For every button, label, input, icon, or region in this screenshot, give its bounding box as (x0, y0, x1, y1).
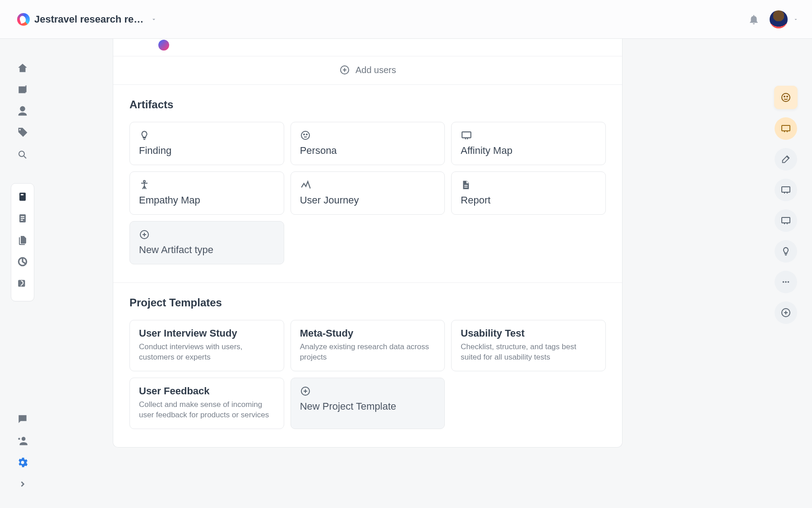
tags-icon[interactable] (16, 126, 29, 140)
notebook-icon[interactable] (16, 190, 29, 203)
artifact-card-affinity-map[interactable]: Affinity Map (451, 122, 606, 165)
artifact-card-finding[interactable]: Finding (129, 122, 284, 165)
board-button[interactable] (775, 179, 797, 201)
doc-icon (461, 179, 596, 191)
app-logo (17, 13, 30, 26)
left-nav (0, 39, 45, 508)
artifacts-heading: Artifacts (129, 98, 606, 111)
idea-button[interactable] (775, 240, 797, 263)
files-icon[interactable] (16, 233, 29, 247)
template-title: User Interview Study (139, 328, 275, 339)
artifact-label: Affinity Map (461, 145, 596, 157)
svg-point-24 (788, 281, 789, 283)
svg-point-11 (306, 134, 307, 135)
svg-rect-20 (782, 187, 790, 192)
add-users-label: Add users (355, 65, 396, 75)
edit-button[interactable] (775, 148, 797, 171)
template-desc: Checklist, structure, and tags best suit… (461, 342, 596, 363)
svg-point-7 (22, 437, 26, 441)
reactions-button[interactable] (774, 86, 798, 109)
svg-rect-21 (782, 217, 790, 223)
user-avatar-mini (158, 40, 169, 51)
present-button[interactable] (775, 117, 797, 140)
chevron-down-icon[interactable] (151, 16, 157, 23)
svg-rect-1 (19, 193, 26, 201)
topbar: Jestravel research re… (0, 0, 812, 39)
template-card-user-interview[interactable]: User Interview Study Conduct interviews … (129, 320, 284, 371)
templates-heading: Project Templates (129, 296, 606, 309)
project-subnav (11, 183, 34, 301)
template-card-usability-test[interactable]: Usability Test Checklist, structure, and… (451, 320, 606, 371)
add-person-icon[interactable] (16, 434, 29, 448)
artifact-label: User Journey (300, 194, 436, 206)
svg-point-23 (785, 281, 787, 283)
template-card-user-feedback[interactable]: User Feedback Collect and make sense of … (129, 378, 284, 429)
svg-rect-12 (462, 132, 471, 138)
template-desc: Collect and make sense of incoming user … (139, 400, 275, 420)
plus-circle-icon (300, 385, 436, 397)
body-icon (139, 179, 275, 191)
insights-icon[interactable] (16, 277, 29, 290)
svg-point-10 (304, 134, 304, 135)
artifact-label: Finding (139, 145, 275, 157)
board-icon (461, 129, 596, 141)
persona-icon (300, 129, 436, 141)
template-desc: Analyze existing research data across pr… (300, 342, 436, 363)
svg-point-17 (784, 96, 785, 97)
add-users-button[interactable]: Add users (113, 56, 622, 84)
people-icon[interactable] (16, 105, 29, 118)
svg-point-9 (301, 131, 309, 139)
templates-section: Project Templates User Interview Study C… (113, 282, 622, 447)
svg-point-13 (143, 180, 145, 182)
home-icon[interactable] (16, 61, 29, 75)
notifications-icon[interactable] (748, 14, 760, 25)
library-icon[interactable] (16, 83, 29, 97)
template-card-meta-study[interactable]: Meta-Study Analyze existing research dat… (291, 320, 445, 371)
workspace-switcher-label[interactable]: Jestravel research re… (34, 14, 143, 25)
user-avatar (770, 10, 788, 28)
artifact-label: Report (461, 194, 596, 206)
new-artifact-label: New Artifact type (139, 244, 275, 256)
chevron-right-icon[interactable] (16, 477, 29, 491)
svg-point-6 (21, 285, 22, 286)
new-template-label: New Project Template (300, 401, 436, 412)
svg-point-0 (19, 151, 24, 157)
svg-rect-2 (21, 194, 23, 195)
users-table-row (113, 39, 622, 56)
artifact-card-empathy-map[interactable]: Empathy Map (129, 171, 284, 215)
chat-icon[interactable] (16, 412, 29, 426)
more-button[interactable] (775, 271, 797, 293)
chart-icon[interactable] (16, 255, 29, 268)
add-button[interactable] (775, 301, 797, 324)
search-icon[interactable] (16, 148, 29, 162)
main-content: Add users Artifacts Finding Persona (113, 39, 636, 508)
svg-point-18 (787, 96, 788, 97)
template-title: Usability Test (461, 328, 596, 339)
new-project-template-button[interactable]: New Project Template (291, 378, 445, 429)
board-alt-button[interactable] (775, 209, 797, 232)
artifact-label: Empathy Map (139, 194, 275, 206)
artifact-card-user-journey[interactable]: User Journey (291, 171, 445, 215)
plus-circle-icon (139, 229, 275, 240)
svg-rect-19 (782, 125, 790, 131)
template-title: Meta-Study (300, 328, 436, 339)
new-artifact-type-button[interactable]: New Artifact type (129, 221, 284, 264)
artifact-card-report[interactable]: Report (451, 171, 606, 215)
chevron-down-icon (793, 17, 798, 22)
template-desc: Conduct interviews with users, customers… (139, 342, 275, 363)
notes-icon[interactable] (16, 212, 29, 225)
bulb-icon (139, 129, 275, 141)
artifact-label: Persona (300, 145, 436, 157)
settings-panel: Add users Artifacts Finding Persona (113, 39, 623, 448)
settings-icon[interactable] (16, 456, 29, 469)
svg-point-22 (783, 281, 784, 283)
artifact-card-persona[interactable]: Persona (291, 122, 445, 165)
user-menu[interactable] (770, 10, 798, 28)
right-rail (773, 86, 798, 324)
template-title: User Feedback (139, 385, 275, 397)
journey-icon (300, 179, 436, 191)
artifacts-section: Artifacts Finding Persona (113, 84, 622, 282)
svg-point-16 (782, 93, 790, 102)
